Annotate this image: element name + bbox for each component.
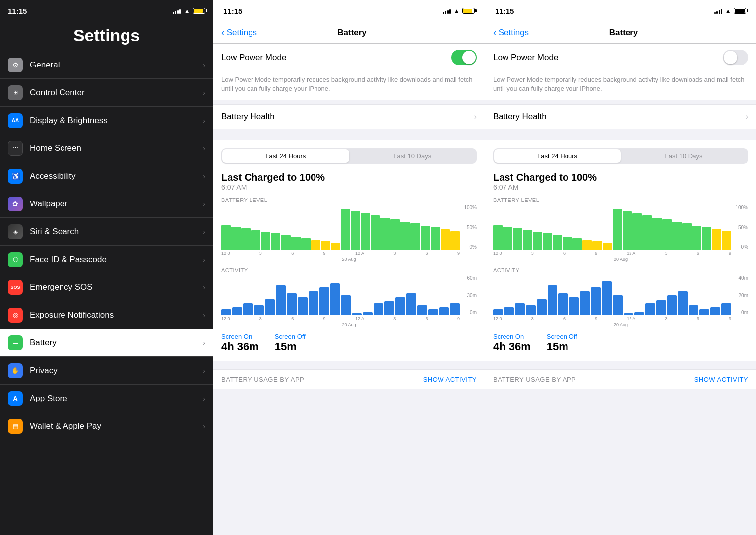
settings-item-control-center[interactable]: ⊞ Control Center ›	[0, 79, 213, 107]
left-status-icons: ▲	[173, 7, 205, 15]
left-last-charged-time: 6:07 AM	[221, 183, 477, 191]
right-wifi-icon: ▲	[725, 7, 731, 15]
left-screen-off-label: Screen Off	[275, 333, 306, 340]
battery-status-icon	[193, 8, 205, 14]
left-phone-time: 11:15	[223, 7, 242, 15]
right-nav-title: Battery	[529, 28, 718, 38]
wallet-chevron: ›	[203, 422, 205, 430]
right-battery-icon	[734, 8, 746, 14]
right-battery-level-label: BATTERY LEVEL	[493, 197, 748, 203]
siri-chevron: ›	[203, 228, 205, 236]
settings-item-face-id[interactable]: ⬡ Face ID & Passcode ›	[0, 246, 213, 273]
settings-item-app-store[interactable]: A App Store ›	[0, 385, 213, 412]
left-nav-bar: ‹ Settings Battery	[213, 22, 485, 44]
left-tab-selector: Last 24 Hours Last 10 Days	[221, 148, 477, 164]
right-show-activity-btn[interactable]: SHOW ACTIVITY	[694, 376, 748, 383]
general-chevron: ›	[203, 61, 205, 69]
accessibility-chevron: ›	[203, 172, 205, 180]
battery-label: Battery	[30, 338, 203, 348]
left-screen-on-label: Screen On	[221, 333, 259, 340]
right-back-arrow-icon: ‹	[493, 27, 497, 38]
settings-item-general[interactable]: ⚙ General ›	[0, 51, 213, 79]
home-screen-icon: ⋯	[8, 141, 23, 156]
right-nav-bar: ‹ Settings Battery	[485, 22, 756, 44]
left-battery-health-row[interactable]: Battery Health ›	[213, 104, 485, 129]
right-back-button[interactable]: ‹ Settings	[493, 27, 529, 38]
home-screen-label: Home Screen	[30, 143, 203, 153]
right-activity-chart-wrapper: 40m 20m 0m	[493, 275, 748, 315]
settings-item-accessibility[interactable]: ♿ Accessibility ›	[0, 162, 213, 190]
settings-item-home-screen[interactable]: ⋯ Home Screen ›	[0, 134, 213, 162]
settings-item-exposure[interactable]: ◎ Exposure Notifications ›	[0, 301, 213, 329]
wallet-label: Wallet & Apple Pay	[30, 421, 203, 431]
left-battery-chart	[221, 205, 460, 250]
left-activity-label: ACTIVITY	[221, 268, 477, 273]
left-activity-chart-wrapper: 60m 30m 0m	[221, 275, 477, 315]
left-low-power-toggle[interactable]	[451, 50, 477, 65]
right-battery-health-row[interactable]: Battery Health ›	[485, 104, 756, 129]
settings-item-siri[interactable]: ◈ Siri & Search ›	[0, 218, 213, 246]
display-label: Display & Brightness	[30, 116, 203, 126]
left-tab-24h[interactable]: Last 24 Hours	[222, 149, 349, 163]
display-icon: AA	[8, 113, 23, 128]
right-low-power-label: Low Power Mode	[493, 53, 558, 63]
right-phone-time: 11:15	[495, 7, 514, 15]
settings-item-display[interactable]: AA Display & Brightness ›	[0, 107, 213, 134]
right-last-charged-title: Last Charged to 100%	[493, 172, 748, 183]
left-battery-health-label: Battery Health	[221, 112, 275, 122]
battery-chevron: ›	[203, 339, 205, 347]
right-battery-usage-label: BATTERY USAGE BY APP	[493, 376, 576, 383]
control-center-chevron: ›	[203, 89, 205, 97]
left-screen-off: Screen Off 15m	[275, 333, 306, 353]
right-show-activity-row: BATTERY USAGE BY APP SHOW ACTIVITY	[485, 369, 756, 389]
display-chevron: ›	[203, 117, 205, 125]
right-low-power-toggle[interactable]	[723, 50, 748, 65]
left-last-charged: Last Charged to 100% 6:07 AM	[221, 172, 477, 191]
settings-panel: 11:15 ▲ Settings ⚙ General ›	[0, 0, 213, 535]
left-activity-y-labels: 60m 30m 0m	[460, 275, 477, 315]
right-activity-x-labels: 12 0 3 6 9 12 A 3 6 9	[493, 315, 731, 321]
left-tab-10d[interactable]: Last 10 Days	[349, 149, 476, 163]
left-phone-status-bar: 11:15 ▲	[213, 0, 485, 22]
left-battery-y-labels: 100% 50% 0%	[460, 205, 477, 250]
settings-item-wallpaper[interactable]: ✿ Wallpaper ›	[0, 190, 213, 218]
left-last-charged-title: Last Charged to 100%	[221, 172, 477, 183]
right-phone-status-bar: 11:15 ▲	[485, 0, 756, 22]
left-screen-off-value: 15m	[275, 340, 306, 353]
emergency-chevron: ›	[203, 283, 205, 291]
settings-item-emergency[interactable]: SOS Emergency SOS ›	[0, 273, 213, 301]
right-chart-section: Last 24 Hours Last 10 Days Last Charged …	[485, 140, 756, 361]
right-activity-y-labels: 40m 20m 0m	[731, 275, 748, 315]
exposure-label: Exposure Notifications	[30, 310, 203, 320]
right-phone-status-icons: ▲	[714, 7, 746, 15]
right-tab-24h[interactable]: Last 24 Hours	[494, 149, 621, 163]
battery-panel-left: 11:15 ▲ ‹ Settings Battery Low Power Mod…	[213, 0, 485, 535]
left-battery-usage-label: BATTERY USAGE BY APP	[221, 376, 304, 383]
left-activity-chart	[221, 275, 460, 315]
home-screen-chevron: ›	[203, 144, 205, 152]
left-nav-title: Battery	[257, 28, 447, 38]
settings-title: Settings	[0, 22, 213, 51]
control-center-icon: ⊞	[8, 85, 23, 100]
left-show-activity-btn[interactable]: SHOW ACTIVITY	[423, 376, 477, 383]
settings-item-privacy[interactable]: ✋ Privacy ›	[0, 357, 213, 385]
left-battery-health-chevron: ›	[474, 112, 477, 121]
left-battery-chart-wrapper: 100% 50% 0%	[221, 205, 477, 250]
right-battery-y-labels: 100% 50% 0%	[731, 205, 748, 250]
right-tab-10d[interactable]: Last 10 Days	[621, 149, 747, 163]
settings-item-battery[interactable]: ▬ Battery ›	[0, 329, 213, 357]
settings-item-wallet[interactable]: ▤ Wallet & Apple Pay ›	[0, 412, 213, 440]
right-screen-off: Screen Off 15m	[547, 333, 577, 353]
accessibility-icon: ♿	[8, 169, 23, 184]
siri-label: Siri & Search	[30, 227, 203, 237]
right-last-charged-time: 6:07 AM	[493, 183, 748, 191]
left-phone-status-icons: ▲	[443, 7, 475, 15]
left-back-button[interactable]: ‹ Settings	[221, 27, 257, 38]
general-label: General	[30, 60, 203, 70]
right-battery-health-label: Battery Health	[493, 112, 547, 122]
wallpaper-icon: ✿	[8, 197, 23, 211]
left-show-activity-row: BATTERY USAGE BY APP SHOW ACTIVITY	[213, 369, 485, 389]
right-tab-selector: Last 24 Hours Last 10 Days	[493, 148, 748, 164]
settings-list: ⚙ General › ⊞ Control Center › AA Displa…	[0, 51, 213, 440]
left-screen-on: Screen On 4h 36m	[221, 333, 259, 353]
